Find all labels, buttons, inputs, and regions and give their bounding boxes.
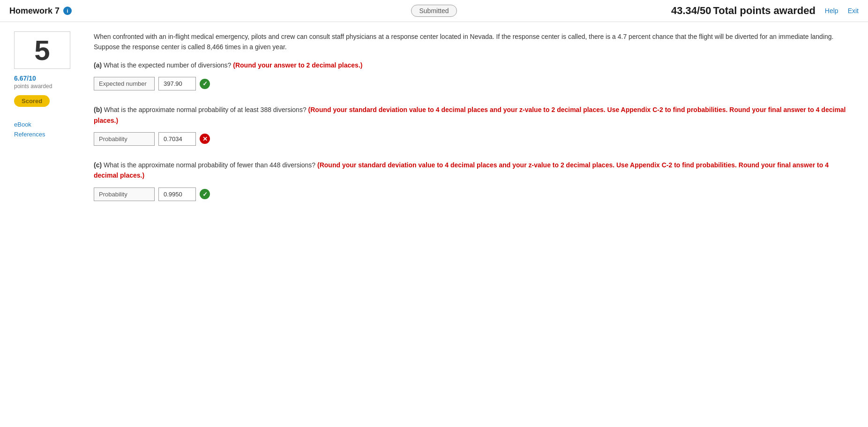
main-container: 5 6.67/10 points awarded Scored eBook Re… [0, 22, 868, 423]
part-b-answer-row: Probability 0.7034 ✕ [94, 132, 854, 146]
help-link[interactable]: Help [825, 7, 838, 15]
main-question-body: When confronted with an in-flight medica… [94, 33, 833, 51]
part-c-answer-row: Probability 0.9950 ✓ [94, 187, 854, 201]
exit-link[interactable]: Exit [848, 7, 859, 15]
part-a-label: (a) [94, 61, 102, 69]
part-a-correct-icon: ✓ [200, 79, 210, 89]
part-c-label: (c) [94, 161, 102, 169]
info-icon[interactable]: i [63, 7, 72, 15]
part-c-section: (c) What is the approximate normal proba… [94, 160, 854, 201]
scored-badge: Scored [14, 95, 50, 107]
part-b-text-normal: What is the approximate normal probabili… [104, 106, 307, 113]
part-a-section: (a) What is the expected number of diver… [94, 60, 854, 90]
question-number-box: 5 [14, 31, 70, 69]
page-title: Homework 7 [9, 6, 60, 16]
part-c-field-value: 0.9950 [158, 187, 196, 201]
sidebar-links: eBook References [14, 121, 94, 138]
part-b-question: (b) What is the approximate normal proba… [94, 105, 854, 126]
part-c-correct-icon: ✓ [200, 189, 210, 199]
part-b-field-value: 0.7034 [158, 132, 196, 146]
part-b-label: (b) [94, 106, 102, 113]
question-content: When confronted with an in-flight medica… [94, 31, 854, 215]
part-a-question: (a) What is the expected number of diver… [94, 60, 854, 70]
header-center: Submitted [292, 5, 576, 17]
score-display: 43.34/50 Total points awarded [671, 5, 816, 17]
left-sidebar: 5 6.67/10 points awarded Scored eBook Re… [14, 31, 94, 215]
part-c-field-label: Probability [94, 187, 155, 201]
part-c-question: (c) What is the approximate normal proba… [94, 160, 854, 181]
submitted-badge: Submitted [411, 5, 456, 17]
part-c-text-normal: What is the approximate normal probabili… [104, 161, 315, 169]
total-points-label: Total points awarded [713, 5, 815, 16]
question-container: 5 6.67/10 points awarded Scored eBook Re… [14, 31, 854, 215]
references-link[interactable]: References [14, 131, 94, 138]
score-value: 43.34/50 [671, 5, 711, 16]
content-area: 5 6.67/10 points awarded Scored eBook Re… [0, 22, 868, 423]
question-number: 5 [34, 34, 50, 67]
part-a-instruction: (Round your answer to 2 decimal places.) [233, 61, 362, 69]
header-right: 43.34/50 Total points awarded Help Exit [576, 5, 859, 17]
part-a-answer-row: Expected number 397.90 ✓ [94, 77, 854, 90]
header-left: Homework 7 i [9, 6, 292, 16]
part-b-incorrect-icon: ✕ [200, 134, 210, 144]
part-a-field-label: Expected number [94, 77, 155, 90]
page-header: Homework 7 i Submitted 43.34/50 Total po… [0, 0, 868, 22]
part-b-field-label: Probability [94, 132, 155, 146]
part-a-field-value: 397.90 [158, 77, 196, 90]
part-b-section: (b) What is the approximate normal proba… [94, 105, 854, 146]
ebook-link[interactable]: eBook [14, 121, 94, 128]
main-question-text: When confronted with an in-flight medica… [94, 31, 854, 52]
part-a-text-normal: What is the expected number of diversion… [104, 61, 231, 69]
points-label: points awarded [14, 83, 94, 90]
points-awarded: 6.67/10 [14, 75, 94, 82]
